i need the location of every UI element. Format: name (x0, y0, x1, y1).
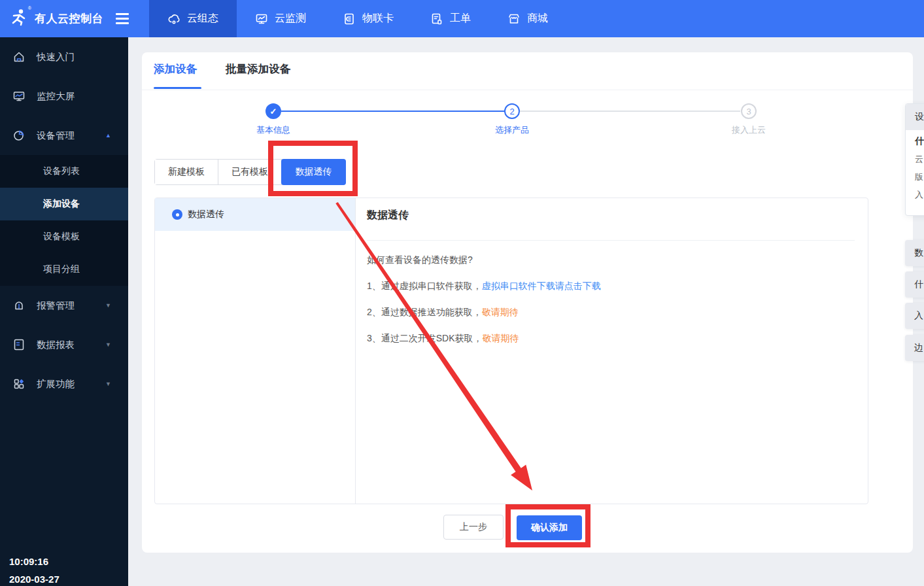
detail-question: 如何查看设备的透传数据? (367, 254, 473, 266)
product-list: 数据透传 (155, 198, 356, 504)
logo-area: ® 有人云控制台 (0, 0, 128, 37)
sidebar-item-data-report[interactable]: 数据报表 ▼ (0, 325, 128, 364)
clock-date: 2020-03-27 (9, 574, 60, 585)
nav-item-cloud-scada[interactable]: 云组态 (149, 0, 237, 37)
sidebar-label: 监控大屏 (37, 90, 75, 103)
top-nav: 云组态 云监测 物联卡 (149, 0, 566, 37)
radio-selected-icon[interactable] (172, 209, 182, 220)
usr-cloud-logo-icon: ® (9, 8, 29, 30)
coming-soon-label: 敬请期待 (483, 333, 519, 343)
step-1-label: 基本信息 (234, 124, 313, 136)
check-icon: ✓ (270, 107, 277, 116)
cloud-icon (167, 12, 180, 26)
clock-time: 10:09:16 (9, 556, 48, 567)
virtual-serial-download-link[interactable]: 虚拟串口软件下载请点击下载 (482, 281, 601, 291)
sidebar-label: 扩展功能 (37, 378, 75, 390)
chevron-up-icon: ▲ (105, 132, 111, 139)
sidebar-label: 报警管理 (37, 300, 75, 312)
help-collapsed-item[interactable]: 数 (905, 240, 924, 266)
alarm-icon (12, 298, 26, 313)
sidebar-subitem-device-template[interactable]: 设备模板 (0, 220, 128, 253)
sidebar-label: 设备管理 (37, 129, 75, 142)
nav-label: 工单 (450, 12, 471, 26)
sidebar-item-quick-start[interactable]: 快速入门 (0, 37, 128, 77)
registered-mark: ® (28, 6, 31, 10)
sidebar-item-alarm-manage[interactable]: 报警管理 ▼ (0, 286, 128, 325)
chevron-down-icon: ▼ (105, 381, 111, 387)
product-option-data-passthrough[interactable]: 数据透传 (155, 198, 355, 231)
detail-item-1: 1、通过虚拟串口软件获取，虚拟串口软件下载请点击下载 (367, 281, 601, 292)
confirm-add-button[interactable]: 确认添加 (517, 515, 582, 540)
device-manage-icon (12, 128, 26, 143)
new-template-button[interactable]: 新建模板 (155, 160, 218, 184)
product-select-panel: 数据透传 数据透传 如何查看设备的透传数据? 1、通过虚拟串口软件获取，虚拟串口… (154, 198, 868, 504)
help-collapsed-item[interactable]: 什 (905, 271, 924, 298)
stepper-connector-pending (520, 111, 740, 112)
detail-item-3: 3、通过二次开发SDK获取，敬请期待 (367, 333, 519, 345)
report-icon (12, 337, 26, 352)
add-device-card: 添加设备 批量添加设备 ✓ 2 3 基本信息 选择产品 接入上云 新建模板 已有… (142, 52, 913, 553)
sidebar-subitem-add-device[interactable]: 添加设备 (0, 188, 128, 220)
detail-item-text: 3、通过二次开发SDK获取， (367, 333, 483, 343)
nav-label: 物联卡 (362, 12, 394, 26)
step-1-circle: ✓ (265, 103, 281, 119)
detail-divider (367, 240, 855, 241)
coming-soon-label: 敬请期待 (482, 307, 519, 317)
home-icon (12, 50, 26, 64)
detail-item-text: 1、通过虚拟串口软件获取， (367, 281, 482, 291)
tab-add-device[interactable]: 添加设备 (154, 62, 197, 77)
sidebar-subitem-device-list[interactable]: 设备列表 (0, 155, 128, 188)
nav-item-iot-sim[interactable]: 物联卡 (324, 0, 412, 37)
nav-label: 云监测 (275, 12, 306, 26)
left-sidebar: 快速入门 监控大屏 设备管理 ▲ 设备列表 添加设备 设备模板 项目分组 (0, 37, 128, 586)
help-faq-card: 设 什 云 版 入 (905, 103, 924, 216)
tab-batch-add-device[interactable]: 批量添加设备 (226, 62, 290, 77)
nav-item-cloud-monitor[interactable]: 云监测 (237, 0, 324, 37)
menu-toggle-icon[interactable] (113, 10, 131, 27)
nav-label: 商城 (527, 12, 548, 26)
help-answer-line: 版 (915, 171, 923, 183)
app-title: 有人云控制台 (35, 11, 103, 26)
data-passthrough-button[interactable]: 数据透传 (281, 159, 346, 185)
existing-template-button[interactable]: 已有模板 (218, 160, 282, 184)
sidebar-item-monitor-screen[interactable]: 监控大屏 (0, 77, 128, 116)
previous-step-button[interactable]: 上一步 (443, 515, 504, 540)
step-2-circle: 2 (504, 103, 520, 119)
help-collapsed-item[interactable]: 边 (905, 335, 924, 361)
active-tab-underline (154, 87, 201, 89)
mall-icon (507, 12, 521, 26)
step-2-label: 选择产品 (473, 124, 551, 136)
help-answer-line: 云 (915, 154, 923, 165)
nav-label: 云组态 (187, 12, 218, 26)
detail-item-2: 2、通过数据推送功能获取，敬请期待 (367, 307, 519, 319)
step-3-label: 接入上云 (710, 124, 788, 136)
extend-functions-icon (12, 377, 26, 391)
stepper-connector-done (281, 111, 505, 112)
product-option-label: 数据透传 (188, 209, 224, 220)
help-faq-header[interactable]: 设 (906, 104, 924, 130)
top-navigation-bar: ® 有人云控制台 云组态 云监测 (0, 0, 924, 37)
sim-card-icon (343, 12, 356, 26)
device-manage-submenu: 设备列表 添加设备 设备模板 项目分组 (0, 155, 128, 286)
help-collapsed-item[interactable]: 入 (905, 303, 924, 329)
sidebar-label: 快速入门 (37, 51, 75, 63)
sidebar-item-device-manage[interactable]: 设备管理 ▲ (0, 116, 128, 155)
monitor-icon (255, 12, 268, 26)
sidebar-item-extend-functions[interactable]: 扩展功能 ▼ (0, 364, 128, 404)
sidebar-subitem-project-group[interactable]: 项目分组 (0, 253, 128, 286)
chevron-down-icon: ▼ (105, 302, 111, 309)
big-screen-icon (12, 89, 26, 103)
template-type-group: 新建模板 已有模板 数据透传 (154, 159, 346, 185)
detail-item-text: 2、通过数据推送功能获取， (367, 307, 482, 317)
help-answer-line: 入 (915, 189, 923, 201)
workorder-icon (430, 12, 443, 26)
chevron-down-icon: ▼ (105, 341, 111, 348)
detail-title: 数据透传 (367, 209, 409, 222)
help-question: 什 (915, 135, 924, 147)
sidebar-label: 数据报表 (37, 339, 75, 351)
tab-divider (142, 90, 913, 90)
step-3-circle: 3 (741, 103, 757, 119)
nav-item-workorder[interactable]: 工单 (412, 0, 489, 37)
nav-item-mall[interactable]: 商城 (489, 0, 566, 37)
